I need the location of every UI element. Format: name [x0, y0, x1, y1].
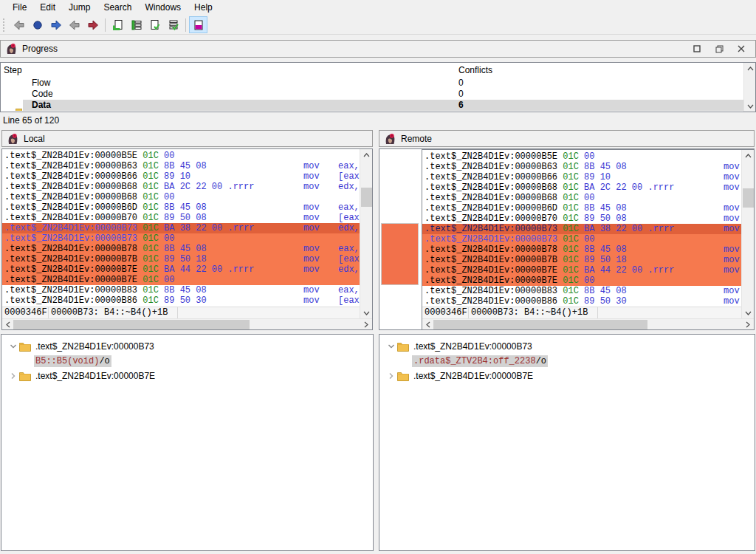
asm-row[interactable]: .text$_ZN2B4D1Ev:00000B5E 01C 00 — [422, 151, 741, 162]
back-button[interactable] — [10, 16, 28, 33]
asm-row[interactable]: .text$_ZN2B4D1Ev:00000B7E 01C 00 — [422, 276, 741, 286]
scroll-up-icon[interactable] — [360, 149, 372, 160]
asm-row[interactable]: .text$_ZN2B4D1Ev:00000B78 01C 8B 45 08mo… — [2, 244, 360, 254]
chevron-right-icon[interactable] — [385, 372, 397, 380]
local-horizontal-scrollbar[interactable] — [2, 318, 372, 329]
status-file-offset: 0000346F — [422, 307, 469, 318]
tree-node[interactable]: .text$_ZN2B4D1Ev:00000B73 — [1, 339, 373, 354]
menu-search[interactable]: Search — [97, 0, 138, 16]
progress-scrollbar[interactable] — [743, 63, 755, 112]
tree-node[interactable]: .text$_ZN2B4D1Ev:00000B7E — [1, 369, 373, 383]
chevron-right-icon[interactable] — [7, 372, 19, 380]
menu-file[interactable]: File — [6, 0, 33, 16]
asm-segment-offset: 01C — [142, 192, 159, 202]
asm-row[interactable]: .text$_ZN2B4D1Ev:00000B7B 01C 89 50 18mo… — [2, 254, 360, 264]
asm-row[interactable]: .text$_ZN2B4D1Ev:00000B63 01C 8B 45 08mo… — [2, 161, 360, 171]
scroll-up-icon[interactable] — [744, 63, 756, 74]
vertical-scroll-thumb[interactable] — [743, 188, 754, 208]
asm-bytes: 8B 45 08 — [164, 285, 207, 295]
tree-leaf[interactable]: .rdata$_ZTV2B4:off_2238/o — [379, 354, 755, 369]
scroll-left-icon[interactable] — [2, 319, 14, 330]
clipped-folder-icon — [16, 109, 22, 111]
asm-operands: edx, — [338, 223, 360, 233]
asm-row[interactable]: .text$_ZN2B4D1Ev:00000B7E 01C BA 44 22 0… — [422, 265, 741, 276]
remote-horizontal-scrollbar[interactable] — [422, 318, 754, 329]
scroll-down-icon[interactable] — [744, 100, 756, 112]
chevron-down-icon[interactable] — [7, 343, 19, 350]
asm-row[interactable]: .text$_ZN2B4D1Ev:00000B63 01C 8B 45 08mo… — [422, 162, 741, 172]
asm-bytes: 00 — [164, 151, 174, 161]
scroll-down-icon[interactable] — [742, 307, 754, 318]
asm-row[interactable]: .text$_ZN2B4D1Ev:00000B68 01C 00 — [422, 193, 741, 203]
asm-row[interactable]: .text$_ZN2B4D1Ev:00000B73 01C BA 38 22 0… — [2, 223, 360, 233]
list-check-button[interactable] — [164, 16, 182, 33]
asm-bytes: 00 — [164, 192, 174, 202]
file-check-button[interactable] — [145, 16, 164, 33]
next-diff-button[interactable] — [83, 16, 102, 33]
diff-view-button[interactable] — [189, 16, 207, 33]
asm-row[interactable]: .text$_ZN2B4D1Ev:00000B7E 01C 00 — [2, 275, 360, 285]
scroll-down-icon[interactable] — [360, 307, 372, 318]
local-pane-header[interactable]: Local — [1, 130, 373, 147]
progress-row[interactable]: Data6 — [1, 100, 743, 111]
remote-vertical-scrollbar[interactable] — [741, 150, 754, 318]
asm-row[interactable]: .text$_ZN2B4D1Ev:00000B73 01C 00 — [422, 234, 741, 244]
asm-segment-offset: 01C — [563, 213, 579, 224]
asm-row[interactable]: .text$_ZN2B4D1Ev:00000B6D 01C 8B 45 08mo… — [422, 203, 741, 213]
asm-row[interactable]: .text$_ZN2B4D1Ev:00000B86 01C 89 50 30mo… — [2, 295, 360, 306]
vertical-scroll-thumb[interactable] — [361, 188, 372, 207]
forward-button[interactable] — [47, 16, 65, 33]
local-vertical-scrollbar[interactable] — [360, 149, 372, 318]
scroll-left-icon[interactable] — [422, 319, 434, 330]
asm-row[interactable]: .text$_ZN2B4D1Ev:00000B66 01C 89 10mov[e… — [2, 171, 360, 182]
asm-row[interactable]: .text$_ZN2B4D1Ev:00000B73 01C 00 — [2, 233, 360, 244]
asm-row[interactable]: .text$_ZN2B4D1Ev:00000B70 01C 89 50 08mo… — [422, 213, 741, 224]
asm-mnemonic: mov — [303, 244, 320, 254]
asm-segment-offset: 01C — [142, 213, 159, 223]
horizontal-scroll-thumb[interactable] — [13, 320, 250, 329]
asm-row[interactable]: .text$_ZN2B4D1Ev:00000B6D 01C 8B 45 08mo… — [2, 202, 360, 213]
asm-row[interactable]: .text$_ZN2B4D1Ev:00000B7B 01C 89 50 18mo… — [422, 255, 741, 265]
asm-row[interactable]: .text$_ZN2B4D1Ev:00000B73 01C BA 38 22 0… — [422, 224, 741, 234]
close-icon — [738, 45, 745, 52]
asm-row[interactable]: .text$_ZN2B4D1Ev:00000B83 01C 8B 45 08mo… — [2, 285, 360, 295]
asm-row[interactable]: .text$_ZN2B4D1Ev:00000B70 01C 89 50 08mo… — [2, 213, 360, 223]
asm-row[interactable]: .text$_ZN2B4D1Ev:00000B7E 01C BA 44 22 0… — [2, 264, 360, 275]
menu-windows[interactable]: Windows — [138, 0, 188, 16]
asm-row[interactable]: .text$_ZN2B4D1Ev:00000B83 01C 8B 45 08mo… — [422, 286, 741, 296]
match-suffix: /o — [536, 356, 546, 366]
scroll-right-icon[interactable] — [360, 319, 372, 330]
progress-row[interactable]: Flow0 — [1, 78, 743, 89]
asm-row[interactable]: .text$_ZN2B4D1Ev:00000B68 01C 00 — [2, 192, 360, 202]
maximize-button[interactable] — [686, 41, 708, 56]
menu-jump[interactable]: Jump — [62, 0, 97, 16]
asm-row[interactable]: .text$_ZN2B4D1Ev:00000B78 01C 8B 45 08mo… — [422, 244, 741, 255]
restore-button[interactable] — [708, 41, 730, 56]
close-button[interactable] — [730, 41, 752, 56]
chevron-down-icon[interactable] — [385, 343, 397, 350]
menu-edit[interactable]: Edit — [33, 0, 62, 16]
scroll-up-icon[interactable] — [742, 150, 754, 161]
asm-segment-offset: 01C — [563, 182, 579, 193]
toolbar-grip[interactable] — [3, 18, 7, 32]
asm-row[interactable]: .text$_ZN2B4D1Ev:00000B5E 01C 00 — [2, 151, 360, 161]
scroll-right-icon[interactable] — [742, 319, 754, 330]
asm-row[interactable]: .text$_ZN2B4D1Ev:00000B66 01C 89 10mov — [422, 172, 741, 182]
asm-bytes: 8B 45 08 — [164, 202, 207, 213]
menu-help[interactable]: Help — [188, 0, 219, 16]
diff-block-marker[interactable] — [381, 223, 419, 285]
import-file-button[interactable] — [109, 16, 127, 33]
horizontal-scroll-thumb[interactable] — [433, 320, 647, 329]
asm-row[interactable]: .text$_ZN2B4D1Ev:00000B86 01C 89 50 30mo… — [422, 296, 741, 307]
tree-node[interactable]: .text$_ZN2B4D1Ev:00000B7E — [379, 369, 755, 383]
stop-button[interactable] — [28, 16, 47, 33]
progress-row[interactable]: Code0 — [1, 89, 743, 100]
asm-row[interactable]: .text$_ZN2B4D1Ev:00000B68 01C BA 2C 22 0… — [422, 182, 741, 193]
tree-node[interactable]: .text$_ZN2B4D1Ev:00000B73 — [379, 339, 755, 354]
previous-diff-button[interactable] — [65, 16, 83, 33]
tree-leaf[interactable]: B5::B5(void)/o — [1, 354, 373, 369]
remote-pane-header[interactable]: Remote — [379, 130, 755, 147]
import-list-button[interactable] — [127, 16, 145, 33]
progress-title-bar[interactable]: Progress — [0, 40, 756, 58]
asm-row[interactable]: .text$_ZN2B4D1Ev:00000B68 01C BA 2C 22 0… — [2, 182, 360, 192]
